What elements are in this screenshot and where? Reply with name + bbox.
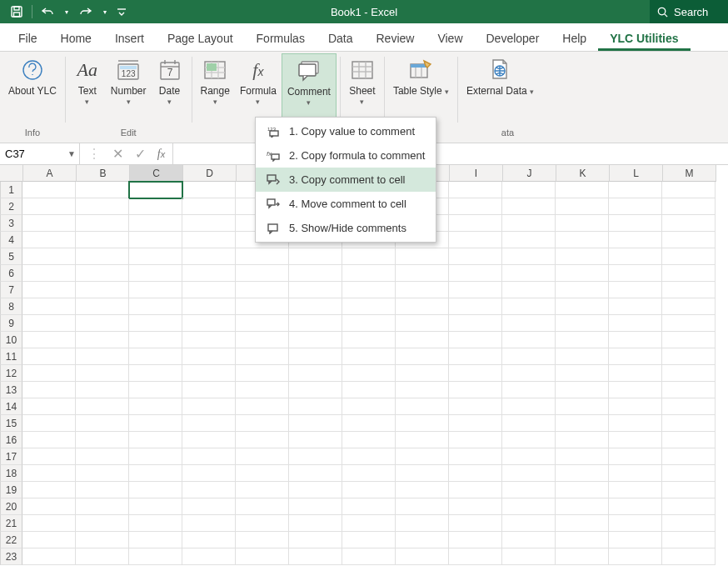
cell[interactable]	[76, 432, 129, 448]
menu-copy-comment-to-cell[interactable]: 3. Copy comment to cell	[256, 168, 436, 192]
cell[interactable]	[22, 265, 76, 282]
cell[interactable]	[609, 532, 662, 548]
cell[interactable]	[22, 482, 76, 498]
cell[interactable]	[449, 215, 502, 232]
cell[interactable]	[609, 265, 662, 282]
cell[interactable]	[609, 515, 662, 532]
cell[interactable]	[449, 365, 502, 382]
col-header[interactable]: C	[130, 165, 183, 182]
cell[interactable]	[449, 498, 502, 515]
cell[interactable]	[342, 498, 396, 515]
cell[interactable]	[609, 248, 662, 265]
cell[interactable]	[502, 448, 556, 465]
cell[interactable]	[396, 282, 449, 298]
cell[interactable]	[556, 282, 609, 298]
cell[interactable]	[129, 482, 182, 498]
cell[interactable]	[396, 532, 449, 548]
cell[interactable]	[662, 248, 716, 265]
cell[interactable]	[182, 548, 236, 565]
cell[interactable]	[556, 265, 609, 282]
cell[interactable]	[22, 298, 76, 315]
cell[interactable]	[76, 448, 129, 465]
cell[interactable]	[22, 182, 76, 198]
cell[interactable]	[662, 332, 716, 348]
cell[interactable]	[502, 532, 556, 548]
cell[interactable]	[129, 465, 182, 482]
col-header[interactable]: J	[503, 165, 556, 182]
formula-button[interactable]: fx Formula	[235, 53, 282, 125]
cell[interactable]	[289, 382, 342, 398]
cell[interactable]	[76, 248, 129, 265]
cell[interactable]	[236, 282, 289, 298]
cell[interactable]	[662, 298, 716, 315]
cell[interactable]	[76, 215, 129, 232]
cell[interactable]	[502, 398, 556, 415]
cell[interactable]	[662, 448, 716, 465]
menu-copy-formula-to-comment[interactable]: fx 2. Copy formula to comment	[256, 143, 436, 168]
cell[interactable]	[556, 532, 609, 548]
col-header[interactable]: L	[610, 165, 663, 182]
col-header[interactable]: I	[450, 165, 503, 182]
cell[interactable]	[182, 232, 236, 248]
cell[interactable]	[129, 532, 182, 548]
row-header[interactable]: 13	[0, 382, 22, 398]
row-header[interactable]: 2	[0, 198, 22, 215]
cell[interactable]	[556, 548, 609, 565]
cell[interactable]	[289, 282, 342, 298]
cell[interactable]	[182, 348, 236, 365]
cell[interactable]	[502, 548, 556, 565]
cell[interactable]	[609, 548, 662, 565]
redo-dropdown[interactable]: ▾	[99, 2, 111, 22]
cell[interactable]	[76, 315, 129, 332]
cell[interactable]	[129, 432, 182, 448]
cell[interactable]	[129, 448, 182, 465]
cell[interactable]	[609, 182, 662, 198]
row-header[interactable]: 12	[0, 365, 22, 382]
cell[interactable]	[609, 448, 662, 465]
cell[interactable]	[396, 515, 449, 532]
tab-developer[interactable]: Developer	[475, 25, 551, 51]
cell[interactable]	[502, 498, 556, 515]
cell[interactable]	[182, 248, 236, 265]
number-button[interactable]: 123 Number	[106, 53, 152, 125]
row-header[interactable]: 20	[0, 498, 22, 515]
cell[interactable]	[22, 232, 76, 248]
cell[interactable]	[662, 548, 716, 565]
cell[interactable]	[129, 398, 182, 415]
cell[interactable]	[76, 548, 129, 565]
menu-copy-value-to-comment[interactable]: 123 1. Copy value to comment	[256, 119, 436, 143]
text-button[interactable]: Aa Text	[69, 53, 106, 125]
cell[interactable]	[449, 532, 502, 548]
cell[interactable]	[129, 332, 182, 348]
row-header[interactable]: 15	[0, 415, 22, 432]
cell[interactable]	[556, 448, 609, 465]
cell[interactable]	[182, 282, 236, 298]
cell[interactable]	[396, 332, 449, 348]
cancel-button[interactable]: ✕	[112, 146, 123, 162]
cell[interactable]	[236, 248, 289, 265]
cell[interactable]	[662, 382, 716, 398]
cell[interactable]	[22, 515, 76, 532]
cell[interactable]	[396, 448, 449, 465]
cell[interactable]	[396, 365, 449, 382]
cell[interactable]	[182, 182, 236, 198]
cell[interactable]	[396, 248, 449, 265]
cell[interactable]	[182, 265, 236, 282]
cell[interactable]	[396, 548, 449, 565]
cell[interactable]	[556, 415, 609, 432]
cell[interactable]	[556, 248, 609, 265]
cell[interactable]	[449, 248, 502, 265]
menu-show-hide-comments[interactable]: 5. Show/Hide comments	[256, 216, 436, 240]
cell[interactable]	[182, 482, 236, 498]
cell[interactable]	[609, 465, 662, 482]
cell[interactable]	[129, 515, 182, 532]
cell[interactable]	[22, 398, 76, 415]
cell[interactable]	[76, 482, 129, 498]
cell[interactable]	[662, 432, 716, 448]
cell[interactable]	[342, 365, 396, 382]
cell[interactable]	[556, 482, 609, 498]
cell[interactable]	[22, 465, 76, 482]
cell[interactable]	[449, 182, 502, 198]
cell[interactable]	[342, 348, 396, 365]
cell[interactable]	[449, 415, 502, 432]
